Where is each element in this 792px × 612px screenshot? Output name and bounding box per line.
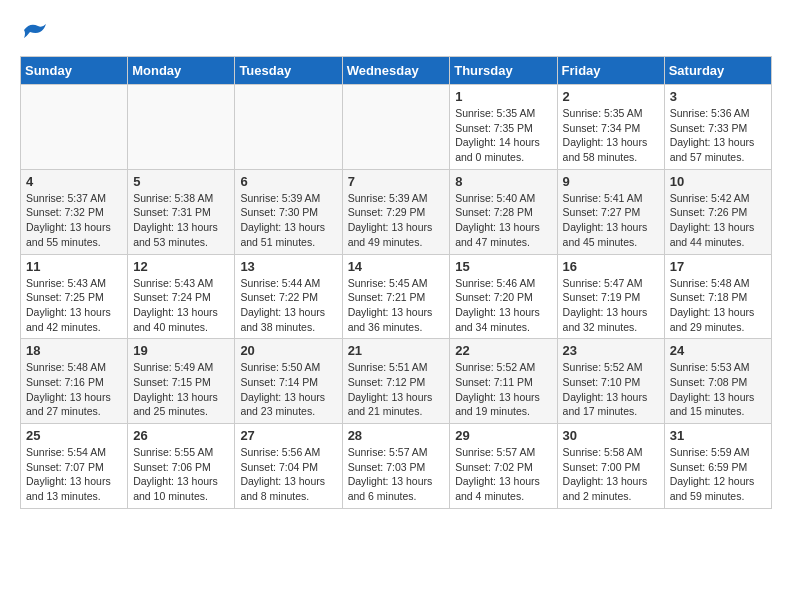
day-number: 5 (133, 174, 229, 189)
day-info: Sunrise: 5:48 AM Sunset: 7:18 PM Dayligh… (670, 276, 766, 335)
day-number: 21 (348, 343, 445, 358)
day-info: Sunrise: 5:59 AM Sunset: 6:59 PM Dayligh… (670, 445, 766, 504)
calendar-day-header: Monday (128, 57, 235, 85)
day-number: 4 (26, 174, 122, 189)
calendar-header-row: SundayMondayTuesdayWednesdayThursdayFrid… (21, 57, 772, 85)
calendar-day-header: Tuesday (235, 57, 342, 85)
day-info: Sunrise: 5:57 AM Sunset: 7:03 PM Dayligh… (348, 445, 445, 504)
calendar-day-cell: 13Sunrise: 5:44 AM Sunset: 7:22 PM Dayli… (235, 254, 342, 339)
day-number: 27 (240, 428, 336, 443)
day-number: 11 (26, 259, 122, 274)
day-info: Sunrise: 5:44 AM Sunset: 7:22 PM Dayligh… (240, 276, 336, 335)
day-number: 6 (240, 174, 336, 189)
day-info: Sunrise: 5:45 AM Sunset: 7:21 PM Dayligh… (348, 276, 445, 335)
day-number: 14 (348, 259, 445, 274)
day-number: 30 (563, 428, 659, 443)
calendar-day-cell: 2Sunrise: 5:35 AM Sunset: 7:34 PM Daylig… (557, 85, 664, 170)
day-number: 13 (240, 259, 336, 274)
day-info: Sunrise: 5:46 AM Sunset: 7:20 PM Dayligh… (455, 276, 551, 335)
calendar-day-cell: 3Sunrise: 5:36 AM Sunset: 7:33 PM Daylig… (664, 85, 771, 170)
logo-bird-icon (22, 20, 50, 40)
day-info: Sunrise: 5:35 AM Sunset: 7:35 PM Dayligh… (455, 106, 551, 165)
calendar-day-cell: 11Sunrise: 5:43 AM Sunset: 7:25 PM Dayli… (21, 254, 128, 339)
calendar-day-cell: 15Sunrise: 5:46 AM Sunset: 7:20 PM Dayli… (450, 254, 557, 339)
day-info: Sunrise: 5:52 AM Sunset: 7:11 PM Dayligh… (455, 360, 551, 419)
day-number: 8 (455, 174, 551, 189)
day-info: Sunrise: 5:55 AM Sunset: 7:06 PM Dayligh… (133, 445, 229, 504)
calendar-week-row: 18Sunrise: 5:48 AM Sunset: 7:16 PM Dayli… (21, 339, 772, 424)
calendar-day-cell: 25Sunrise: 5:54 AM Sunset: 7:07 PM Dayli… (21, 424, 128, 509)
day-number: 28 (348, 428, 445, 443)
day-number: 31 (670, 428, 766, 443)
day-info: Sunrise: 5:52 AM Sunset: 7:10 PM Dayligh… (563, 360, 659, 419)
day-number: 3 (670, 89, 766, 104)
day-number: 15 (455, 259, 551, 274)
day-info: Sunrise: 5:56 AM Sunset: 7:04 PM Dayligh… (240, 445, 336, 504)
day-info: Sunrise: 5:38 AM Sunset: 7:31 PM Dayligh… (133, 191, 229, 250)
calendar-day-header: Sunday (21, 57, 128, 85)
calendar-day-cell: 4Sunrise: 5:37 AM Sunset: 7:32 PM Daylig… (21, 169, 128, 254)
calendar-day-cell: 23Sunrise: 5:52 AM Sunset: 7:10 PM Dayli… (557, 339, 664, 424)
calendar-day-cell: 21Sunrise: 5:51 AM Sunset: 7:12 PM Dayli… (342, 339, 450, 424)
calendar-day-cell: 24Sunrise: 5:53 AM Sunset: 7:08 PM Dayli… (664, 339, 771, 424)
day-info: Sunrise: 5:57 AM Sunset: 7:02 PM Dayligh… (455, 445, 551, 504)
calendar-table: SundayMondayTuesdayWednesdayThursdayFrid… (20, 56, 772, 509)
calendar-day-cell (21, 85, 128, 170)
day-number: 26 (133, 428, 229, 443)
day-info: Sunrise: 5:58 AM Sunset: 7:00 PM Dayligh… (563, 445, 659, 504)
calendar-day-cell (235, 85, 342, 170)
day-info: Sunrise: 5:39 AM Sunset: 7:29 PM Dayligh… (348, 191, 445, 250)
calendar-day-cell: 31Sunrise: 5:59 AM Sunset: 6:59 PM Dayli… (664, 424, 771, 509)
calendar-day-cell: 1Sunrise: 5:35 AM Sunset: 7:35 PM Daylig… (450, 85, 557, 170)
calendar-day-cell: 22Sunrise: 5:52 AM Sunset: 7:11 PM Dayli… (450, 339, 557, 424)
day-info: Sunrise: 5:53 AM Sunset: 7:08 PM Dayligh… (670, 360, 766, 419)
day-info: Sunrise: 5:37 AM Sunset: 7:32 PM Dayligh… (26, 191, 122, 250)
calendar-day-cell: 8Sunrise: 5:40 AM Sunset: 7:28 PM Daylig… (450, 169, 557, 254)
day-number: 29 (455, 428, 551, 443)
calendar-day-cell: 7Sunrise: 5:39 AM Sunset: 7:29 PM Daylig… (342, 169, 450, 254)
calendar-day-cell: 17Sunrise: 5:48 AM Sunset: 7:18 PM Dayli… (664, 254, 771, 339)
day-info: Sunrise: 5:51 AM Sunset: 7:12 PM Dayligh… (348, 360, 445, 419)
calendar-day-header: Saturday (664, 57, 771, 85)
calendar-day-cell: 6Sunrise: 5:39 AM Sunset: 7:30 PM Daylig… (235, 169, 342, 254)
day-number: 7 (348, 174, 445, 189)
day-number: 22 (455, 343, 551, 358)
day-info: Sunrise: 5:43 AM Sunset: 7:24 PM Dayligh… (133, 276, 229, 335)
calendar-day-cell: 26Sunrise: 5:55 AM Sunset: 7:06 PM Dayli… (128, 424, 235, 509)
calendar-day-cell: 12Sunrise: 5:43 AM Sunset: 7:24 PM Dayli… (128, 254, 235, 339)
calendar-day-cell: 16Sunrise: 5:47 AM Sunset: 7:19 PM Dayli… (557, 254, 664, 339)
day-info: Sunrise: 5:43 AM Sunset: 7:25 PM Dayligh… (26, 276, 122, 335)
calendar-week-row: 4Sunrise: 5:37 AM Sunset: 7:32 PM Daylig… (21, 169, 772, 254)
calendar-day-cell (342, 85, 450, 170)
calendar-day-cell: 28Sunrise: 5:57 AM Sunset: 7:03 PM Dayli… (342, 424, 450, 509)
day-info: Sunrise: 5:36 AM Sunset: 7:33 PM Dayligh… (670, 106, 766, 165)
calendar-day-header: Thursday (450, 57, 557, 85)
day-info: Sunrise: 5:50 AM Sunset: 7:14 PM Dayligh… (240, 360, 336, 419)
calendar-day-cell: 29Sunrise: 5:57 AM Sunset: 7:02 PM Dayli… (450, 424, 557, 509)
day-info: Sunrise: 5:41 AM Sunset: 7:27 PM Dayligh… (563, 191, 659, 250)
calendar-week-row: 1Sunrise: 5:35 AM Sunset: 7:35 PM Daylig… (21, 85, 772, 170)
calendar-day-cell: 20Sunrise: 5:50 AM Sunset: 7:14 PM Dayli… (235, 339, 342, 424)
calendar-week-row: 25Sunrise: 5:54 AM Sunset: 7:07 PM Dayli… (21, 424, 772, 509)
calendar-day-header: Friday (557, 57, 664, 85)
calendar-day-cell: 18Sunrise: 5:48 AM Sunset: 7:16 PM Dayli… (21, 339, 128, 424)
calendar-day-cell: 10Sunrise: 5:42 AM Sunset: 7:26 PM Dayli… (664, 169, 771, 254)
day-number: 12 (133, 259, 229, 274)
day-info: Sunrise: 5:48 AM Sunset: 7:16 PM Dayligh… (26, 360, 122, 419)
day-info: Sunrise: 5:47 AM Sunset: 7:19 PM Dayligh… (563, 276, 659, 335)
calendar-week-row: 11Sunrise: 5:43 AM Sunset: 7:25 PM Dayli… (21, 254, 772, 339)
day-number: 16 (563, 259, 659, 274)
day-number: 1 (455, 89, 551, 104)
day-info: Sunrise: 5:54 AM Sunset: 7:07 PM Dayligh… (26, 445, 122, 504)
day-number: 19 (133, 343, 229, 358)
day-info: Sunrise: 5:42 AM Sunset: 7:26 PM Dayligh… (670, 191, 766, 250)
day-number: 23 (563, 343, 659, 358)
calendar-day-cell: 5Sunrise: 5:38 AM Sunset: 7:31 PM Daylig… (128, 169, 235, 254)
day-number: 20 (240, 343, 336, 358)
day-number: 9 (563, 174, 659, 189)
calendar-day-cell: 27Sunrise: 5:56 AM Sunset: 7:04 PM Dayli… (235, 424, 342, 509)
day-info: Sunrise: 5:35 AM Sunset: 7:34 PM Dayligh… (563, 106, 659, 165)
page-header (20, 20, 772, 40)
day-info: Sunrise: 5:40 AM Sunset: 7:28 PM Dayligh… (455, 191, 551, 250)
day-number: 24 (670, 343, 766, 358)
